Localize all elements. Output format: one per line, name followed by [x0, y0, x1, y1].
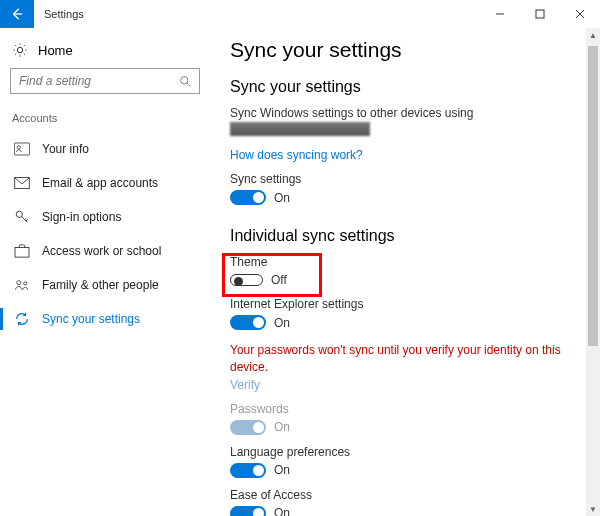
language-status: On — [274, 463, 290, 477]
nav-work-school[interactable]: Access work or school — [10, 234, 200, 268]
search-box[interactable] — [10, 68, 200, 94]
nav-label: Family & other people — [42, 278, 159, 292]
close-icon — [575, 9, 585, 19]
theme-status: Off — [271, 273, 287, 287]
content-pane: Sync your settings Sync your settings Sy… — [210, 28, 600, 516]
section-individual-title: Individual sync settings — [230, 227, 580, 245]
content-scrollbar[interactable]: ▲ ▼ — [586, 28, 600, 516]
section-sync-title: Sync your settings — [230, 78, 580, 96]
search-input[interactable] — [17, 73, 177, 89]
password-error: Your passwords won't sync until you veri… — [230, 342, 580, 376]
key-icon — [14, 209, 30, 225]
ie-status: On — [274, 316, 290, 330]
sync-settings-label: Sync settings — [230, 172, 580, 186]
nav-signin-options[interactable]: Sign-in options — [10, 200, 200, 234]
maximize-icon — [535, 9, 545, 19]
svg-line-5 — [187, 83, 190, 86]
close-button[interactable] — [560, 0, 600, 28]
nav-label: Your info — [42, 142, 89, 156]
people-icon — [14, 277, 30, 293]
theme-toggle[interactable] — [230, 274, 263, 286]
scroll-up-icon[interactable]: ▲ — [586, 28, 600, 42]
help-link[interactable]: How does syncing work? — [230, 148, 363, 162]
nav-label: Sync your settings — [42, 312, 140, 326]
nav-list: Your info Email & app accounts Sign-in o… — [10, 132, 200, 336]
scroll-thumb[interactable] — [588, 46, 598, 346]
account-name-redacted — [230, 122, 370, 136]
left-pane: Home Accounts Your info Email & app acco… — [0, 28, 210, 516]
language-label: Language preferences — [230, 445, 580, 459]
svg-point-7 — [17, 146, 20, 149]
svg-point-11 — [17, 281, 21, 285]
arrow-left-icon — [10, 7, 24, 21]
back-button[interactable] — [0, 0, 34, 28]
svg-rect-1 — [536, 10, 544, 18]
nav-label: Email & app accounts — [42, 176, 158, 190]
nav-email-accounts[interactable]: Email & app accounts — [10, 166, 200, 200]
svg-rect-8 — [15, 177, 30, 188]
gear-icon — [12, 42, 28, 58]
home-button[interactable]: Home — [10, 38, 200, 68]
minimize-icon — [495, 9, 505, 19]
person-card-icon — [14, 141, 30, 157]
verify-link[interactable]: Verify — [230, 378, 260, 392]
nav-family[interactable]: Family & other people — [10, 268, 200, 302]
titlebar: Settings — [0, 0, 600, 28]
briefcase-icon — [14, 243, 30, 259]
sync-desc: Sync Windows settings to other devices u… — [230, 106, 580, 120]
svg-point-12 — [24, 282, 27, 285]
sync-settings-status: On — [274, 191, 290, 205]
search-icon — [177, 73, 193, 89]
theme-label: Theme — [230, 255, 580, 269]
ease-status: On — [274, 506, 290, 516]
window-title: Settings — [34, 8, 84, 20]
svg-rect-10 — [15, 248, 29, 258]
passwords-toggle — [230, 420, 266, 435]
home-label: Home — [38, 43, 73, 58]
passwords-status: On — [274, 420, 290, 434]
ie-label: Internet Explorer settings — [230, 297, 580, 311]
ie-toggle[interactable] — [230, 315, 266, 330]
maximize-button[interactable] — [520, 0, 560, 28]
passwords-label: Passwords — [230, 402, 580, 416]
svg-rect-6 — [14, 143, 29, 155]
mail-icon — [14, 175, 30, 191]
language-toggle[interactable] — [230, 463, 266, 478]
sync-icon — [14, 311, 30, 327]
page-title: Sync your settings — [230, 38, 580, 62]
section-accounts-label: Accounts — [10, 112, 200, 124]
window-controls — [480, 0, 600, 28]
nav-your-info[interactable]: Your info — [10, 132, 200, 166]
nav-label: Access work or school — [42, 244, 161, 258]
svg-point-9 — [16, 211, 22, 217]
minimize-button[interactable] — [480, 0, 520, 28]
sync-settings-toggle[interactable] — [230, 190, 266, 205]
scroll-down-icon[interactable]: ▼ — [586, 502, 600, 516]
nav-label: Sign-in options — [42, 210, 121, 224]
ease-label: Ease of Access — [230, 488, 580, 502]
nav-sync-settings[interactable]: Sync your settings — [10, 302, 200, 336]
ease-toggle[interactable] — [230, 506, 266, 516]
svg-point-4 — [180, 76, 187, 83]
